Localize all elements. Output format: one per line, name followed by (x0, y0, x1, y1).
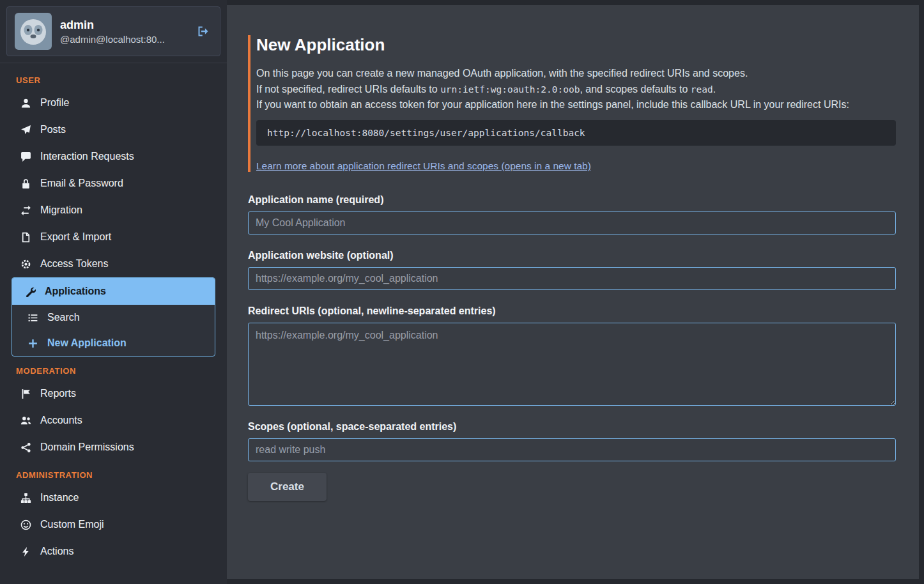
user-icon (20, 98, 31, 109)
main-area: New Application On this page you can cre… (227, 0, 924, 584)
redirect-uris-label: Redirect URIs (optional, newline-separat… (248, 305, 896, 317)
sidebar-item-label: Interaction Requests (40, 150, 134, 163)
sidebar-item-label: Instance (40, 491, 79, 504)
sidebar-item-label: Posts (40, 123, 66, 136)
sidebar-item-accounts[interactable]: Accounts (0, 407, 227, 434)
sidebar-item-export-import[interactable]: Export & Import (0, 224, 227, 250)
scopes-label: Scopes (optional, space-separated entrie… (248, 421, 896, 433)
application-name-label: Application name (required) (248, 194, 896, 206)
callback-url-code-block: http://localhost:8080/settings/user/appl… (256, 120, 896, 146)
sidebar-item-label: Accounts (40, 414, 82, 427)
oob-code: urn:ietf:wg:oauth:2.0:oob (440, 84, 580, 95)
sitemap-icon (20, 493, 31, 503)
sidebar: admin @admin@localhost:80... USER Prof (0, 0, 227, 584)
learn-more-link[interactable]: Learn more about application redirect UR… (256, 160, 591, 171)
share-nodes-icon (20, 442, 31, 453)
bolt-icon (20, 546, 31, 557)
sidebar-item-profile[interactable]: Profile (0, 89, 227, 116)
intro-line-1: On this page you can create a new manage… (256, 66, 896, 82)
sidebar-item-migration[interactable]: Migration (0, 197, 227, 224)
sidebar-item-label: Search (47, 311, 80, 324)
sidebar-item-label: Profile (40, 96, 69, 109)
section-label-moderation: MODERATION (0, 357, 227, 380)
settings-app: admin @admin@localhost:80... USER Prof (0, 0, 924, 584)
sidebar-item-label: Migration (40, 204, 82, 217)
application-name-field-group: Application name (required) (248, 194, 896, 234)
sidebar-item-label: New Application (47, 337, 127, 350)
user-info: admin @admin@localhost:80... (60, 19, 186, 45)
sidebar-item-posts[interactable]: Posts (0, 116, 227, 143)
sidebar-item-actions[interactable]: Actions (0, 538, 227, 565)
user-handle: @admin@localhost:80... (60, 34, 186, 45)
sidebar-item-label: Domain Permissions (40, 441, 134, 454)
sidebar-item-email-password[interactable]: Email & Password (0, 170, 227, 197)
sloth-avatar (15, 13, 52, 50)
create-button[interactable]: Create (248, 473, 327, 501)
sidebar-item-domain-permissions[interactable]: Domain Permissions (0, 434, 227, 461)
sidebar-item-access-tokens[interactable]: Access Tokens (0, 250, 227, 277)
list-icon (27, 312, 38, 323)
scopes-input[interactable] (248, 438, 896, 461)
transfer-arrows-icon (20, 205, 31, 216)
username: admin (60, 19, 186, 32)
users-icon (20, 415, 31, 426)
application-name-input[interactable] (248, 211, 896, 234)
smiley-icon (20, 519, 31, 530)
flag-icon (20, 388, 31, 399)
sidebar-item-label: Export & Import (40, 231, 111, 243)
application-website-label: Application website (optional) (248, 250, 896, 261)
sidebar-item-new-application[interactable]: New Application (12, 330, 215, 356)
section-label-user: USER (0, 66, 227, 89)
comment-icon (20, 151, 31, 162)
sidebar-item-search[interactable]: Search (12, 305, 215, 330)
application-website-input[interactable] (248, 267, 896, 290)
lock-icon (20, 178, 31, 189)
page-header: New Application On this page you can cre… (248, 35, 896, 172)
new-application-form: Application name (required) Application … (248, 194, 896, 501)
gear-icon (20, 259, 31, 270)
plus-icon (27, 338, 38, 349)
user-card-wrap: admin @admin@localhost:80... (0, 0, 227, 63)
sidebar-item-instance[interactable]: Instance (0, 484, 227, 511)
application-website-field-group: Application website (optional) (248, 250, 896, 290)
content-panel: New Application On this page you can cre… (227, 5, 919, 579)
logout-icon[interactable] (194, 22, 212, 40)
sidebar-item-interaction-requests[interactable]: Interaction Requests (0, 143, 227, 170)
sidebar-item-label: Applications (45, 285, 106, 298)
redirect-uris-textarea[interactable] (248, 323, 896, 406)
sidebar-item-applications[interactable]: Applications (12, 278, 215, 305)
sidebar-item-label: Custom Emoji (40, 518, 104, 531)
page-title: New Application (256, 35, 896, 55)
sidebar-item-reports[interactable]: Reports (0, 380, 227, 407)
section-label-administration: ADMINISTRATION (0, 461, 227, 484)
intro-line-3: If you want to obtain an access token fo… (256, 97, 896, 113)
scopes-field-group: Scopes (optional, space-separated entrie… (248, 421, 896, 461)
wrench-icon (25, 286, 36, 297)
sidebar-group-applications: Applications Search New Application (12, 277, 215, 357)
user-card: admin @admin@localhost:80... (6, 6, 220, 56)
read-scope-code: read (691, 84, 713, 95)
avatar (15, 13, 52, 50)
sidebar-item-label: Reports (40, 387, 76, 400)
sidebar-item-custom-emoji[interactable]: Custom Emoji (0, 511, 227, 538)
paper-plane-icon (20, 125, 31, 135)
sidebar-item-label: Access Tokens (40, 257, 108, 270)
file-icon (20, 232, 31, 243)
sidebar-item-label: Actions (40, 545, 73, 558)
sidebar-item-label: Email & Password (40, 177, 123, 190)
sidebar-nav: USER Profile Posts Interaction Requests (0, 63, 227, 565)
redirect-uris-field-group: Redirect URIs (optional, newline-separat… (248, 305, 896, 406)
intro-line-2: If not specified, redirect URIs defaults… (256, 82, 896, 98)
